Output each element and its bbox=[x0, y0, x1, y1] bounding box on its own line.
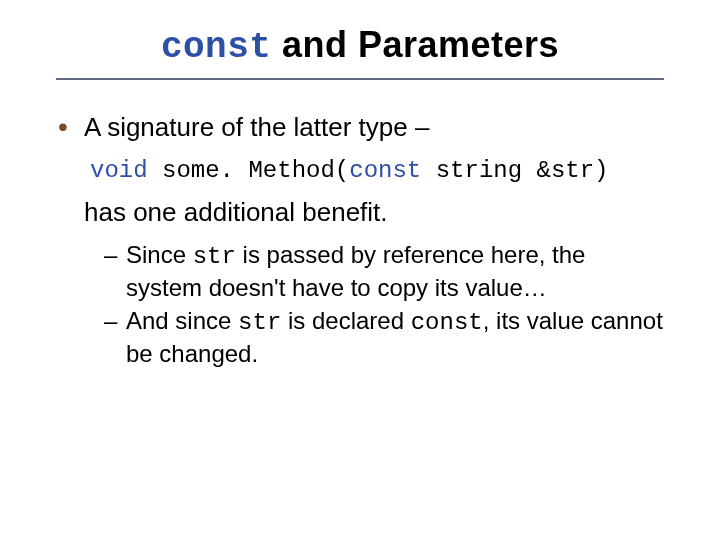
bullet-list: A signature of the latter type – void so… bbox=[56, 110, 664, 369]
sub2-p1: And since bbox=[126, 307, 238, 334]
code-const: const bbox=[349, 157, 421, 184]
sub-list: Since str is passed by reference here, t… bbox=[84, 239, 664, 370]
sub-item-1: Since str is passed by reference here, t… bbox=[104, 239, 664, 303]
title-keyword: const bbox=[161, 27, 272, 68]
slide-title: const and Parameters bbox=[56, 24, 664, 68]
code-signature: void some. Method(const string &str) bbox=[90, 155, 664, 187]
sub2-const: const bbox=[411, 309, 483, 336]
code-rest: string &str) bbox=[421, 157, 608, 184]
code-method-open: some. Method( bbox=[148, 157, 350, 184]
title-underline bbox=[56, 78, 664, 80]
sub1-p1: Since bbox=[126, 241, 193, 268]
sub-item-2: And since str is declared const, its val… bbox=[104, 305, 664, 369]
bullet-continuation: has one additional benefit. bbox=[84, 195, 664, 230]
sub1-str: str bbox=[193, 243, 236, 270]
bullet-lead: A signature of the latter type – bbox=[84, 110, 664, 145]
title-rest: and Parameters bbox=[271, 24, 559, 65]
sub2-p3: is declared bbox=[281, 307, 410, 334]
sub2-str: str bbox=[238, 309, 281, 336]
code-void: void bbox=[90, 157, 148, 184]
bullet-item: A signature of the latter type – void so… bbox=[56, 110, 664, 369]
